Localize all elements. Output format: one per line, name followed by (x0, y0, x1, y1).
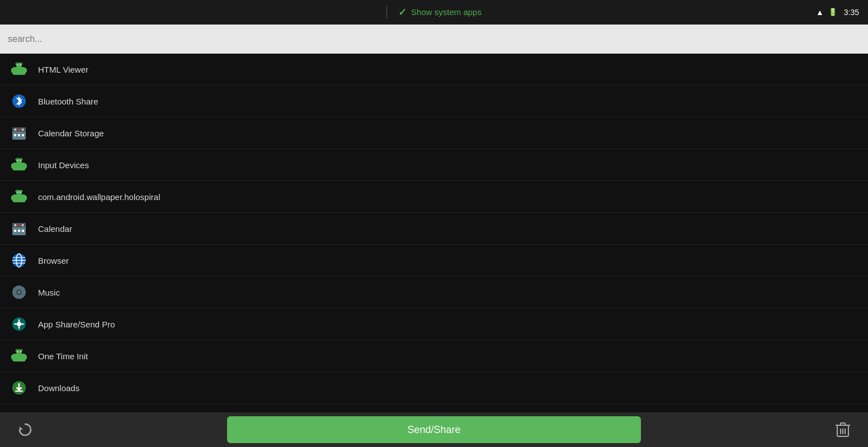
app-name: Browser (38, 256, 69, 265)
svg-rect-59 (12, 354, 26, 362)
svg-point-33 (20, 192, 21, 193)
status-bar-menu: ✓ Show system apps (0, 0, 868, 24)
app-icon (9, 59, 29, 79)
divider (386, 6, 387, 19)
svg-rect-65 (11, 355, 13, 359)
svg-point-21 (16, 158, 22, 164)
app-icon (9, 123, 29, 143)
svg-point-3 (20, 64, 21, 65)
app-icon (9, 250, 29, 270)
app-icon (9, 155, 29, 175)
list-item[interactable]: App Share/Send Pro (0, 308, 868, 340)
list-item[interactable]: One Time Init (0, 340, 868, 372)
svg-rect-29 (20, 167, 22, 170)
list-item[interactable]: Calendar Storage (0, 117, 868, 149)
svg-rect-28 (16, 167, 18, 170)
list-item[interactable]: Browser (0, 245, 868, 277)
svg-rect-19 (22, 134, 24, 136)
svg-rect-27 (25, 164, 27, 168)
list-item[interactable]: Calendar (0, 213, 868, 245)
svg-marker-116 (20, 426, 23, 430)
app-name: Music (38, 288, 60, 297)
delete-button[interactable] (829, 416, 857, 444)
app-name: Calendar (38, 224, 72, 234)
svg-rect-16 (22, 129, 23, 131)
svg-point-60 (16, 349, 22, 355)
app-name: App Share/Send Pro (38, 320, 115, 329)
refresh-button[interactable] (11, 416, 39, 444)
svg-rect-47 (18, 230, 20, 232)
search-input[interactable] (8, 34, 860, 44)
svg-rect-18 (18, 134, 20, 136)
svg-point-32 (17, 192, 18, 193)
checkmark-icon: ✓ (398, 6, 407, 18)
app-icon (9, 282, 29, 302)
app-name: com.android.wallpaper.holospiral (38, 192, 160, 202)
app-icon (9, 378, 29, 398)
svg-rect-6 (11, 68, 13, 73)
svg-rect-20 (12, 163, 26, 170)
svg-rect-12 (12, 127, 26, 132)
list-item[interactable]: Downloads (0, 372, 868, 404)
svg-rect-36 (11, 196, 13, 200)
svg-point-61 (17, 351, 18, 352)
svg-rect-15 (15, 129, 16, 131)
svg-point-31 (16, 190, 22, 196)
app-icon (9, 314, 29, 334)
svg-point-23 (20, 160, 21, 161)
svg-rect-9 (20, 71, 22, 75)
svg-rect-38 (16, 198, 18, 202)
bottom-bar: Send/Share (0, 412, 868, 447)
svg-rect-68 (20, 358, 22, 362)
app-icon (9, 346, 29, 366)
svg-point-2 (17, 64, 18, 65)
app-name: Bluetooth Share (38, 97, 98, 106)
svg-point-22 (17, 160, 18, 161)
svg-rect-8 (16, 71, 18, 75)
svg-rect-7 (25, 68, 27, 73)
svg-point-62 (20, 351, 21, 352)
show-system-apps-toggle[interactable]: ✓ Show system apps (398, 6, 482, 18)
app-name: One Time Init (38, 351, 88, 361)
app-name: Calendar Storage (38, 129, 104, 138)
app-list: HTML Viewer Bluetooth Share Calendar Sto… (0, 54, 868, 412)
list-item[interactable]: Example Wallpapers (0, 404, 868, 412)
app-name: Input Devices (38, 160, 89, 170)
svg-point-1 (16, 63, 22, 68)
app-icon (9, 218, 29, 239)
show-system-apps-label: Show system apps (411, 7, 482, 17)
svg-rect-67 (16, 358, 18, 362)
app-icon (9, 187, 29, 207)
list-item[interactable]: Input Devices (0, 149, 868, 181)
svg-rect-45 (22, 224, 23, 226)
app-name: Downloads (38, 383, 79, 393)
list-item[interactable]: com.android.wallpaper.holospiral (0, 181, 868, 213)
svg-rect-119 (841, 423, 845, 425)
svg-rect-41 (12, 223, 26, 227)
svg-rect-0 (12, 67, 26, 75)
trash-icon (835, 421, 851, 439)
svg-rect-46 (14, 230, 16, 232)
svg-rect-37 (25, 196, 27, 200)
svg-rect-48 (22, 230, 24, 232)
refresh-icon (17, 422, 33, 438)
app-name: HTML Viewer (38, 65, 88, 74)
list-item[interactable]: HTML Viewer (0, 54, 868, 85)
svg-rect-26 (11, 164, 13, 168)
svg-point-56 (18, 291, 20, 293)
svg-rect-44 (15, 224, 16, 226)
list-item[interactable]: Music (0, 277, 868, 308)
send-share-button[interactable]: Send/Share (227, 416, 641, 443)
svg-rect-66 (25, 355, 27, 359)
list-item[interactable]: Bluetooth Share (0, 85, 868, 117)
status-bar: ✓ Show system apps ▲ 🔋 3:35 (0, 0, 868, 25)
svg-rect-17 (14, 134, 16, 136)
svg-rect-30 (12, 194, 26, 202)
search-bar (0, 25, 868, 54)
app-icon (9, 91, 29, 111)
svg-rect-39 (20, 198, 22, 202)
